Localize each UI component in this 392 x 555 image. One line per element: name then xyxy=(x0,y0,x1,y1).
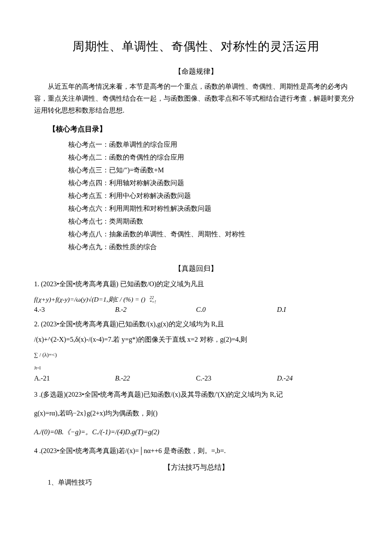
q1-choice-a: 4.-3 xyxy=(34,306,115,314)
recall-heading: 【真题回归】 xyxy=(34,264,358,273)
page-title: 周期性、单调性、奇偶性、对称性的灵活运用 xyxy=(34,38,358,55)
question-2-sum-line: ∑ / (λ)=<) xyxy=(34,352,57,358)
core-point-item: 核心考点八：抽象函数的单调性、奇偶性、周期性、对称性 xyxy=(68,228,358,241)
question-1-stack-bot: *=! xyxy=(150,299,156,304)
core-points-list: 核心考点一：函数单调性的综合应用 核心考点二：函数的奇偶性的综合应用 核心考点三… xyxy=(68,138,358,253)
document-page: 周期性、单调性、奇偶性、对称性的灵活运用 【命题规律】 从近五年的高考情况来看，… xyxy=(0,0,392,555)
core-point-item: 核心考点五：利用中心对称解决函数问题 xyxy=(68,189,358,202)
q1-choice-b: B.-2 xyxy=(115,306,196,314)
q2-choice-a: A.-21 xyxy=(34,375,115,382)
question-1-line2-main: f{χ+y)+f(χ-y)=/ω(y)√(D=1,则£ / (%) = () xyxy=(34,296,145,303)
methods-heading: 【方法技巧与总结】 xyxy=(34,462,358,472)
core-point-item: 核心考点九：函数性质的综合 xyxy=(68,241,358,253)
proposition-heading: 【命题规律】 xyxy=(34,67,358,76)
question-3-line3: A./(0)=0B.《−g)=。C./(-1)=/(4)D.g(T)=g(2) xyxy=(34,426,358,439)
question-2-stem: 2. (2023•全国•统考高考真题)已知函数/(x),g(x)的定义域均为 R… xyxy=(34,318,358,331)
question-2-sum: ∑ / (λ)=<) Jt=I xyxy=(34,349,358,375)
question-2-sum-sub: Jt=I xyxy=(34,366,41,370)
q2-choice-c: C.-23 xyxy=(196,375,277,382)
question-2-line2: /(x)+^(2-X)=5,δ(x)-/(x-4)=7.若 y=g*)的图像关于… xyxy=(34,333,358,346)
core-point-item: 核心考点三：已知/″)=奇函数+M xyxy=(68,164,358,177)
q2-choice-b: B.-22 xyxy=(115,375,196,382)
methods-item-1: 1、单调性技巧 xyxy=(34,477,358,488)
q2-choice-d: D.-24 xyxy=(277,375,358,382)
proposition-body: 从近五年的高考情况来看，本节是高考的一个重点，函数的单调性、奇偶性、周期性是高考… xyxy=(34,81,358,116)
question-1-stem: 1. (2023•全国•统考高考真题) 已知函数/O)的定义域为凡且 xyxy=(34,278,358,291)
q1-choice-d: D.I xyxy=(277,306,358,314)
question-3-line2: g(x)=rα),若呜−2x}g(2+x)均为偶函数，则() xyxy=(34,407,358,420)
question-1-choices: 4.-3 B.-2 C.0 D.I xyxy=(34,306,358,314)
core-point-item: 核心考点一：函数单调性的综合应用 xyxy=(68,138,358,151)
core-point-item: 核心考点二：函数的奇偶性的综合应用 xyxy=(68,151,358,164)
core-point-item: 核心考点四：利用轴对称解决函数问题 xyxy=(68,177,358,189)
question-2-choices: A.-21 B.-22 C.-23 D.-24 xyxy=(34,375,358,382)
question-4-stem: 4 .(2023•全国•统考高考真题)若/(x)=│nα++6 是奇函数，则。=… xyxy=(34,445,358,457)
question-1-line2: f{χ+y)+f(χ-y)=/ω(y)√(D=1,则£ / (%) = () 2… xyxy=(34,293,358,306)
question-1-stack: 22 *=! xyxy=(150,296,156,304)
q1-choice-c: C.0 xyxy=(196,306,277,314)
core-point-item: 核心考点六：利用周期性和对称性解决函数问题 xyxy=(68,202,358,215)
question-3-stem: 3 .(多选题)(2023•全国•统考高考真题)已知函数/(x)及其导函数/'(… xyxy=(34,388,358,401)
core-points-heading: 【核心考点目录】 xyxy=(49,124,358,134)
core-point-item: 核心考点七：类周期函数 xyxy=(68,215,358,228)
